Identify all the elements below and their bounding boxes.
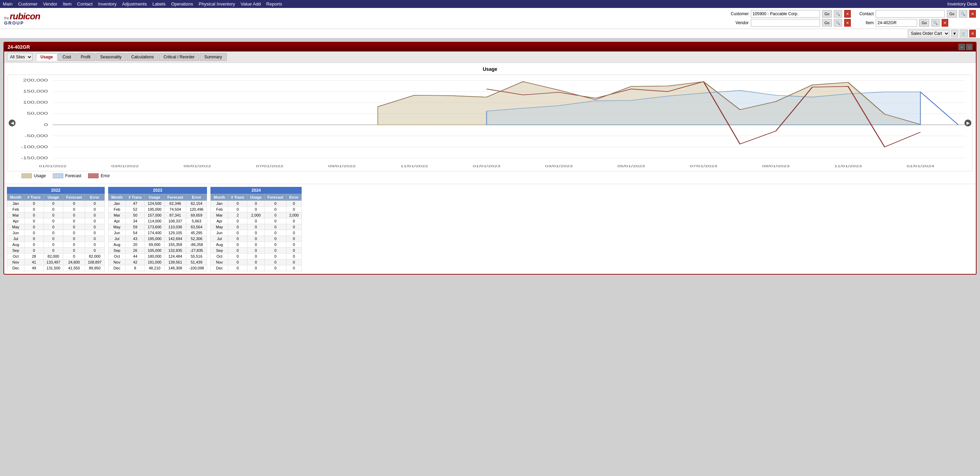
logo: the rubicon GROUP [4, 11, 40, 25]
table-row: Sep26105,000132,835-27,835 [108, 248, 207, 254]
table-row: Jul43195,000142,69452,306 [108, 236, 207, 242]
tab-usage[interactable]: Usage [36, 53, 57, 61]
legend-usage: Usage [21, 173, 46, 178]
svg-text:09/01/2023: 09/01/2023 [762, 164, 790, 168]
table-2022-container: 2022 Month # Trans Usage Forecast Error … [7, 187, 105, 271]
svg-text:09/01/2022: 09/01/2022 [328, 164, 356, 168]
table-row: Sep0000 [7, 248, 105, 254]
nav-adjustments[interactable]: Adjustments [122, 2, 147, 6]
contact-label: Contact [853, 11, 873, 16]
svg-text:07/01/2023: 07/01/2023 [690, 164, 718, 168]
nav-item[interactable]: Item [63, 2, 72, 6]
col-month-2023: Month [108, 194, 126, 201]
svg-text:11/01/2022: 11/01/2022 [401, 164, 428, 168]
data-table-area: 2022 Month # Trans Usage Forecast Error … [4, 184, 976, 274]
cart-dropdown-button[interactable]: ▼ [951, 30, 958, 37]
table-row: Jan0000 [7, 201, 105, 206]
nav-reports[interactable]: Reports [266, 2, 282, 6]
panel-minimize-button[interactable]: ○ [959, 44, 965, 50]
main-content: 24-402GR ○ □ All Sites Usage Cost Profit… [0, 38, 980, 278]
vendor-go-button[interactable]: Go [822, 19, 832, 27]
chart-left-button[interactable]: ◀ [9, 119, 16, 127]
tab-calculations[interactable]: Calculations [127, 53, 158, 61]
contact-input[interactable] [876, 10, 945, 17]
legend-usage-box [21, 173, 32, 178]
vendor-input[interactable] [751, 19, 820, 27]
tab-critical-reorder[interactable]: Critical / Reorder [159, 53, 199, 61]
table-row: Aug0000 [7, 242, 105, 248]
table-row: Sep0000 [211, 248, 302, 254]
table-row: Jun0000 [7, 230, 105, 236]
nav-labels[interactable]: Labels [153, 2, 165, 6]
col-trans-2024: # Trans [228, 194, 247, 201]
chart-right-button[interactable]: ▶ [964, 119, 971, 127]
legend-error: Error [88, 173, 110, 178]
svg-text:-50,000: -50,000 [24, 134, 48, 138]
table-2023-container: 2023 Month # Trans Usage Forecast Error … [108, 187, 207, 271]
customer-search-icon[interactable]: 🔍 [834, 10, 842, 17]
table-row: Dec49131,50041,55089,950 [7, 265, 105, 271]
vendor-search-icon[interactable]: 🔍 [834, 19, 842, 27]
customer-go-button[interactable]: Go [822, 10, 832, 17]
year-2022-header: 2022 [7, 187, 105, 194]
cart-icon-button[interactable]: 🛒 [959, 30, 968, 37]
tab-profit[interactable]: Profit [76, 53, 95, 61]
table-row: Jul0000 [211, 236, 302, 242]
svg-text:05/01/2023: 05/01/2023 [617, 164, 645, 168]
table-2022: Month # Trans Usage Forecast Error Jan00… [7, 194, 105, 271]
table-row: Apr0000 [211, 218, 302, 224]
customer-input[interactable] [751, 10, 820, 17]
tab-cost[interactable]: Cost [58, 53, 76, 61]
svg-text:100,000: 100,000 [23, 100, 48, 104]
nav-right-label: Inventory Desk [947, 2, 977, 6]
table-row: Aug0000 [211, 242, 302, 248]
table-row: Aug2069,000155,358-86,358 [108, 242, 207, 248]
chart-title: Usage [8, 66, 972, 72]
nav-physical-inventory[interactable]: Physical Inventory [199, 2, 235, 6]
tab-seasonality[interactable]: Seasonality [96, 53, 126, 61]
cart-row: Sales Order Cart ▼ 🛒 ✕ [0, 29, 980, 38]
nav-customer[interactable]: Customer [18, 2, 37, 6]
table-2024: Month # Trans Usage Forecast Error Jan00… [210, 194, 302, 271]
cart-select[interactable]: Sales Order Cart [908, 30, 950, 37]
contact-clear-button[interactable]: ✕ [969, 10, 976, 17]
nav-value-add[interactable]: Value Add [240, 2, 261, 6]
cart-clear-button[interactable]: ✕ [969, 30, 976, 37]
customer-clear-button[interactable]: ✕ [844, 10, 851, 17]
nav-inventory[interactable]: Inventory [98, 2, 116, 6]
contact-go-button[interactable]: Go [947, 10, 957, 17]
table-row: Mar50157,00087,34169,659 [108, 213, 207, 218]
nav-operations[interactable]: Operations [171, 2, 193, 6]
contact-search-icon[interactable]: 🔍 [959, 10, 967, 17]
col-forecast-2022: Forecast [63, 194, 85, 201]
item-clear-button[interactable]: ✕ [942, 19, 948, 27]
item-search-icon[interactable]: 🔍 [931, 19, 940, 27]
nav-contact[interactable]: Contact [77, 2, 92, 6]
table-row: Jan0000 [211, 201, 302, 206]
legend-error-box [88, 173, 99, 178]
tab-summary[interactable]: Summary [200, 53, 226, 61]
vendor-clear-button[interactable]: ✕ [844, 19, 851, 27]
tabs-row: All Sites Usage Cost Profit Seasonality … [4, 51, 976, 63]
year-2024-header: 2024 [210, 187, 302, 194]
sites-select[interactable]: All Sites [7, 53, 32, 61]
col-usage-2023: Usage [145, 194, 164, 201]
panel-maximize-button[interactable]: □ [966, 44, 972, 50]
panel: 24-402GR ○ □ All Sites Usage Cost Profit… [3, 42, 977, 274]
legend-forecast-box [53, 173, 63, 178]
table-row: May0000 [211, 224, 302, 230]
item-input[interactable] [876, 19, 917, 27]
col-usage-2022: Usage [43, 194, 63, 201]
header-bar: the rubicon GROUP Customer Go 🔍 ✕ Contac… [0, 8, 980, 29]
table-row: May59173,600110,03663,564 [108, 224, 207, 230]
nav-vendor[interactable]: Vendor [43, 2, 57, 6]
chart-legend: Usage Forecast Error [8, 171, 972, 180]
table-row: Feb0000 [211, 206, 302, 213]
nav-main[interactable]: Main [3, 2, 13, 6]
nav-menu: Main Customer Vendor Item Contact Invent… [3, 2, 282, 6]
item-go-button[interactable]: Go [919, 19, 929, 27]
table-row: Jun0000 [211, 230, 302, 236]
col-error-2022: Error [85, 194, 105, 201]
table-row: Oct2882,000082,000 [7, 254, 105, 259]
item-label: Item [853, 21, 873, 25]
